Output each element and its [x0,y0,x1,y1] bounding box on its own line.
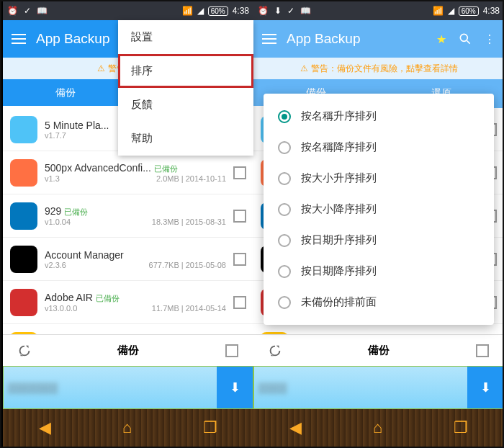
sort-option-label: 按大小降序排列 [301,202,377,216]
app-name: 929已備份 [45,205,226,218]
app-name: 500px AdvancedConfi...已備份 [45,162,226,174]
app-version: v1.3 [45,174,60,183]
appbar-title: App Backup [36,31,109,47]
app-size-date: 2.0MB | 2014-10-11 [156,174,226,183]
sort-option-label: 按日期降序排列 [301,264,377,278]
recent-button[interactable]: ❐ [454,418,468,437]
menu-item-sort[interactable]: 排序 [118,54,253,88]
list-item[interactable]: 500px AdvancedConfi...已備份 v1.32.0MB | 20… [3,151,253,194]
check-icon: ✓ [24,6,31,16]
select-all-checkbox[interactable] [461,344,504,357]
app-name: Account Manager [45,249,226,261]
refresh-button[interactable] [3,343,46,359]
row-checkbox[interactable] [233,166,246,179]
row-checkbox[interactable] [233,253,246,266]
backup-button[interactable]: 備份 [297,344,461,357]
ad-banner[interactable]: ▒▒▒▒▒▒▒ ⬇ [3,366,253,409]
book-icon: 📖 [300,6,311,16]
select-all-checkbox[interactable] [210,344,253,357]
wifi-icon: 📶 [433,6,444,16]
app-icon [10,202,37,230]
radio-icon [278,265,291,278]
sort-option[interactable]: 按名稱降序排列 [264,132,494,163]
sort-option-label: 按名稱升序排列 [301,109,377,123]
download-status-icon: ⬇ [274,6,282,16]
app-info: 929已備份 v1.0.0418.3MB | 2015-08-31 [45,205,226,226]
screenshot-right: ⏰ ⬇ ✓ 📖 📶 ◢ 60% 4:38 App Backup ★ ⋮ ⚠ 警告… [253,1,504,447]
app-name: Adobe AIR已備份 [45,292,226,304]
menu-item-help[interactable]: 幫助 [118,122,253,156]
row-checkbox[interactable] [233,296,246,309]
app-icon [10,246,37,273]
app-version: v13.0.0.0 [45,304,77,313]
menu-item-settings[interactable]: 設置 [118,20,253,54]
app-info: Account Manager v2.3.6677.7KB | 2015-05-… [45,249,226,269]
app-info: 500px AdvancedConfi...已備份 v1.32.0MB | 20… [45,162,226,183]
alarm-icon: ⏰ [7,6,18,16]
sort-option[interactable]: 未備份的排前面 [264,287,494,318]
clock: 4:38 [483,6,500,16]
app-icon [10,116,37,143]
sort-option[interactable]: 按大小升序排列 [264,163,494,194]
sort-option[interactable]: 按日期升序排列 [264,225,494,256]
sort-option-label: 按日期升序排列 [301,233,377,247]
app-icon [10,289,37,316]
backup-badge: 已備份 [154,164,178,173]
app-size-date: 18.3MB | 2015-08-31 [152,218,226,226]
menu-icon[interactable] [12,34,26,44]
sort-option[interactable]: 按名稱升序排列 [264,101,494,132]
sort-dialog: 按名稱升序排列按名稱降序排列按大小升序排列按大小降序排列按日期升序排列按日期降序… [264,94,494,325]
radio-icon [278,203,291,216]
home-button[interactable]: ⌂ [122,418,132,437]
backup-button[interactable]: 備份 [46,344,210,357]
bottom-action-bar: 備份 [3,334,253,366]
status-bar: ⏰ ⬇ ✓ 📖 📶 ◢ 60% 4:38 [253,1,504,20]
app-version: v2.3.6 [45,261,66,269]
system-nav-bar: ◀ ⌂ ❐ [3,409,253,447]
list-item[interactable]: 929已備份 v1.0.0418.3MB | 2015-08-31 [3,194,253,238]
list-item[interactable]: Account Manager v2.3.6677.7KB | 2015-05-… [3,238,253,281]
ad-banner[interactable]: ▒▒▒▒ ⬇ [253,366,504,409]
refresh-button[interactable] [253,343,297,359]
app-icon [10,159,37,187]
check-icon: ✓ [287,6,294,16]
sort-option[interactable]: 按大小降序排列 [264,194,494,225]
sort-option-label: 按大小升序排列 [301,171,377,185]
search-icon[interactable] [458,32,472,46]
backup-badge: 已備份 [96,294,120,303]
status-bar: ⏰ ✓ 📖 📶 ◢ 60% 4:38 [3,1,253,20]
app-version: v1.0.04 [45,218,71,226]
sort-option-label: 按名稱降序排列 [301,140,377,154]
signal-icon: ◢ [197,6,204,16]
app-version: v1.7.7 [45,131,66,140]
list-item[interactable]: Adobe AIR已備份 v13.0.0.011.7MB | 2014-05-1… [3,281,253,324]
radio-icon [278,172,291,185]
app-info: Adobe AIR已備份 v13.0.0.011.7MB | 2014-05-1… [45,292,226,313]
overflow-icon[interactable]: ⋮ [484,32,495,46]
sort-option[interactable]: 按日期降序排列 [264,256,494,287]
download-icon[interactable]: ⬇ [217,367,253,408]
back-button[interactable]: ◀ [39,418,51,437]
radio-icon [278,141,291,154]
back-button[interactable]: ◀ [289,418,302,437]
battery-level: 60% [459,6,479,16]
warning-strip[interactable]: ⚠ 警告：備份文件有風險，點擊查看詳情 [253,58,504,79]
signal-icon: ◢ [448,6,454,16]
battery-level: 60% [208,6,228,16]
radio-icon [278,296,291,309]
radio-icon [278,234,291,247]
menu-icon[interactable] [262,34,276,44]
tab-backup[interactable]: 備份 [3,79,128,108]
row-checkbox[interactable] [233,210,246,223]
recent-button[interactable]: ❐ [203,418,217,437]
alarm-icon: ⏰ [258,6,269,16]
menu-item-feedback[interactable]: 反饋 [118,88,253,122]
svg-point-0 [460,34,467,41]
book-icon: 📖 [37,6,48,16]
download-icon[interactable]: ⬇ [467,367,503,408]
home-button[interactable]: ⌂ [373,418,382,437]
clock: 4:38 [233,6,249,16]
bottom-action-bar: 備份 [253,334,504,366]
wifi-icon: 📶 [182,6,193,16]
star-icon[interactable]: ★ [436,32,446,46]
